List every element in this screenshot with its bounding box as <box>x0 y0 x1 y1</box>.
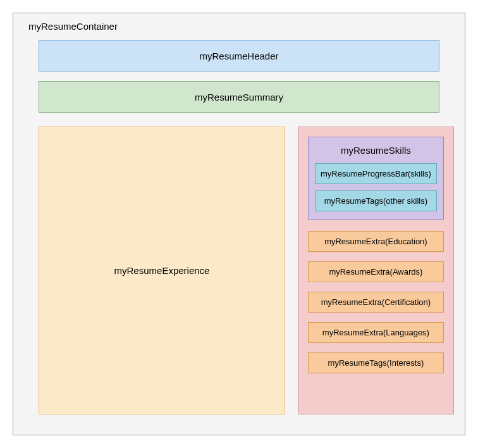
extras-group: myResumeExtra(Education) myResumeExtra(A… <box>308 231 444 373</box>
skills-progress-bar: myResumeProgressBar(skills) <box>315 163 437 184</box>
extra-education: myResumeExtra(Education) <box>308 231 444 252</box>
sidebar-block: myResumeSkills myResumeProgressBar(skill… <box>298 127 454 414</box>
extra-languages: myResumeExtra(Languages) <box>308 322 444 343</box>
header-label: myResumeHeader <box>199 51 278 61</box>
resume-header-block: myResumeHeader <box>39 40 439 72</box>
container-label: myResumeContainer <box>28 21 118 32</box>
extra-certification: myResumeExtra(Certification) <box>308 292 444 313</box>
resume-summary-block: myResumeSummary <box>39 81 439 113</box>
skills-label: myResumeSkills <box>315 144 437 157</box>
skills-tags: myResumeTags(other skills) <box>315 190 437 211</box>
summary-label: myResumeSummary <box>195 92 283 103</box>
main-row: myResumeExperience myResumeSkills myResu… <box>39 127 439 414</box>
experience-label: myResumeExperience <box>114 265 210 276</box>
extra-interests: myResumeTags(Interests) <box>308 352 444 373</box>
resume-container: myResumeContainer myResumeHeader myResum… <box>13 13 465 435</box>
extra-awards: myResumeExtra(Awards) <box>308 261 444 282</box>
resume-skills-block: myResumeSkills myResumeProgressBar(skill… <box>308 137 444 220</box>
resume-experience-block: myResumeExperience <box>39 127 285 414</box>
